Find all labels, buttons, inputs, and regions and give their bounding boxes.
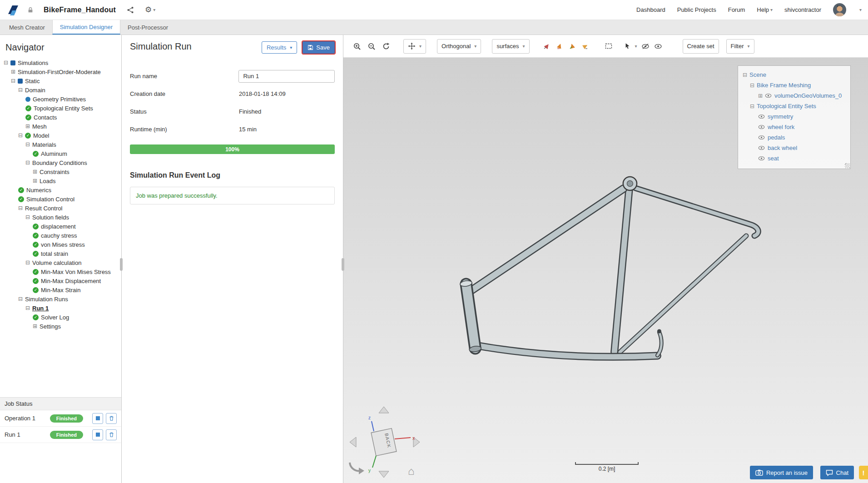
tree-item[interactable]: Simulation Runs: [0, 294, 121, 304]
tree-item[interactable]: displacement: [0, 222, 121, 231]
tree-expander-icon[interactable]: [18, 87, 25, 93]
tree-expander-icon[interactable]: [18, 133, 25, 138]
navigator-resize-handle[interactable]: [120, 258, 123, 271]
scene-tree-item[interactable]: wheel fork: [742, 122, 848, 132]
projection-dropdown[interactable]: Orthogonal ▾: [437, 39, 481, 54]
visibility-eye-icon[interactable]: [765, 93, 772, 98]
tree-item[interactable]: Simulation-FirstOrder-Moderate: [0, 67, 121, 76]
avatar-caret-icon[interactable]: ▾: [859, 7, 862, 12]
scene-tree-item[interactable]: volumeOnGeoVolumes_0: [742, 90, 848, 101]
scene-item-label[interactable]: Bike Frame Meshing: [757, 82, 811, 89]
settings-gear-icon[interactable]: ⚙ ▾: [145, 5, 155, 15]
save-button[interactable]: Save: [303, 41, 335, 54]
tree-item[interactable]: Domain: [0, 85, 121, 95]
scene-item-label[interactable]: wheel fork: [768, 124, 794, 130]
scene-item-label[interactable]: Scene: [749, 71, 766, 78]
tree-expander-icon[interactable]: [33, 324, 40, 329]
view-axis-button-3[interactable]: [566, 39, 579, 54]
workbench-tab[interactable]: Post-Processor: [120, 20, 175, 35]
tree-item[interactable]: Static: [0, 76, 121, 85]
scene-item-label[interactable]: symmetry: [768, 113, 793, 120]
run-name-input[interactable]: [238, 70, 335, 83]
tree-item[interactable]: Topological Entity Sets: [0, 104, 121, 113]
scene-expander-icon[interactable]: [758, 93, 765, 99]
simscale-logo-icon[interactable]: [6, 3, 20, 17]
report-issue-button[interactable]: Report an issue: [750, 466, 813, 479]
tree-expander-icon[interactable]: [11, 69, 18, 75]
tree-item[interactable]: Simulation Control: [0, 194, 121, 204]
workbench-tab[interactable]: Mesh Creator: [2, 20, 52, 35]
chat-button[interactable]: Chat: [820, 466, 854, 479]
nav-link-dashboard[interactable]: Dashboard: [636, 6, 665, 13]
scene-item-label[interactable]: seat: [768, 155, 779, 162]
scene-tree-item[interactable]: symmetry: [742, 111, 848, 122]
view-axis-button-1[interactable]: [541, 39, 553, 54]
tree-item[interactable]: Aluminum: [0, 149, 121, 158]
box-select-button[interactable]: [602, 39, 615, 54]
viewer-canvas[interactable]: Scene Bike: [343, 58, 868, 483]
select-mode-dropdown[interactable]: ▾: [622, 39, 639, 54]
tree-item[interactable]: Solver Log: [0, 313, 121, 322]
nav-link-forum[interactable]: Forum: [728, 6, 745, 13]
visibility-eye-icon[interactable]: [758, 145, 765, 150]
nav-link-public-projects[interactable]: Public Projects: [677, 6, 716, 13]
scene-tree-item[interactable]: pedals: [742, 132, 848, 143]
visibility-eye-icon[interactable]: [758, 156, 765, 161]
filter-dropdown[interactable]: Filter ▾: [726, 39, 754, 54]
workbench-tab[interactable]: Simulation Designer: [52, 20, 120, 35]
tree-item[interactable]: Geometry Primitives: [0, 95, 121, 104]
scene-tree-item[interactable]: Topological Entity Sets: [742, 101, 848, 111]
tree-item[interactable]: Result Control: [0, 204, 121, 213]
tree-item[interactable]: Simulations: [0, 58, 121, 67]
help-menu[interactable]: Help ▾: [757, 6, 773, 13]
tree-expander-icon[interactable]: [18, 205, 25, 211]
tree-item[interactable]: Materials: [0, 140, 121, 149]
tree-expander-icon[interactable]: [33, 178, 40, 184]
user-avatar[interactable]: [833, 3, 846, 16]
tree-item[interactable]: Run 1: [0, 304, 121, 313]
tree-expander-icon[interactable]: [25, 305, 32, 311]
tree-item[interactable]: Boundary Conditions: [0, 158, 121, 167]
tree-item[interactable]: Contacts: [0, 113, 121, 122]
scene-tree-item[interactable]: Scene: [742, 70, 848, 80]
scene-item-label[interactable]: pedals: [768, 134, 785, 141]
tree-expander-icon[interactable]: [25, 124, 32, 129]
render-mode-dropdown[interactable]: surfaces ▾: [492, 39, 529, 54]
scene-item-label[interactable]: back wheel: [768, 144, 797, 151]
share-icon[interactable]: [127, 6, 134, 14]
scene-tree-item[interactable]: Bike Frame Meshing: [742, 80, 848, 90]
show-all-button[interactable]: [652, 39, 665, 54]
stop-job-button[interactable]: [92, 413, 103, 424]
scene-item-label[interactable]: Topological Entity Sets: [757, 103, 816, 110]
view-axis-button-4[interactable]: [579, 39, 591, 54]
tree-item[interactable]: Min-Max Von Mises Stress: [0, 267, 121, 276]
zoom-in-button[interactable]: [351, 39, 363, 54]
tree-expander-icon[interactable]: [33, 169, 40, 174]
scene-expander-icon[interactable]: [750, 83, 757, 88]
tree-expander-icon[interactable]: [4, 60, 10, 65]
scene-expander-icon[interactable]: [743, 72, 749, 78]
orientation-widget[interactable]: ⌂ BACK x z y: [343, 392, 434, 483]
scene-item-label[interactable]: volumeOnGeoVolumes_0: [774, 92, 842, 99]
stop-job-button[interactable]: [92, 429, 103, 440]
scene-tree-resize-handle[interactable]: [845, 163, 850, 168]
tree-expander-icon[interactable]: [11, 78, 18, 84]
hide-selection-button[interactable]: [639, 39, 652, 54]
tree-item[interactable]: Min-Max Strain: [0, 285, 121, 294]
visibility-eye-icon[interactable]: [758, 135, 765, 140]
delete-job-button[interactable]: [106, 413, 117, 424]
zoom-out-button[interactable]: [365, 39, 378, 54]
tree-item[interactable]: Loads: [0, 176, 121, 185]
tree-item[interactable]: Min-Max Displacement: [0, 276, 121, 285]
refresh-view-button[interactable]: [380, 39, 392, 54]
tree-expander-icon[interactable]: [25, 142, 32, 147]
tree-item[interactable]: Volume calculation: [0, 258, 121, 267]
tree-expander-icon[interactable]: [25, 260, 32, 265]
tree-item[interactable]: Numerics: [0, 185, 121, 194]
pan-mode-dropdown[interactable]: ▾: [403, 39, 426, 54]
scene-tree-item[interactable]: back wheel: [742, 143, 848, 153]
tree-item[interactable]: Model: [0, 131, 121, 140]
tree-item[interactable]: Mesh: [0, 122, 121, 131]
tree-item[interactable]: Settings: [0, 322, 121, 331]
tree-expander-icon[interactable]: [18, 296, 25, 302]
